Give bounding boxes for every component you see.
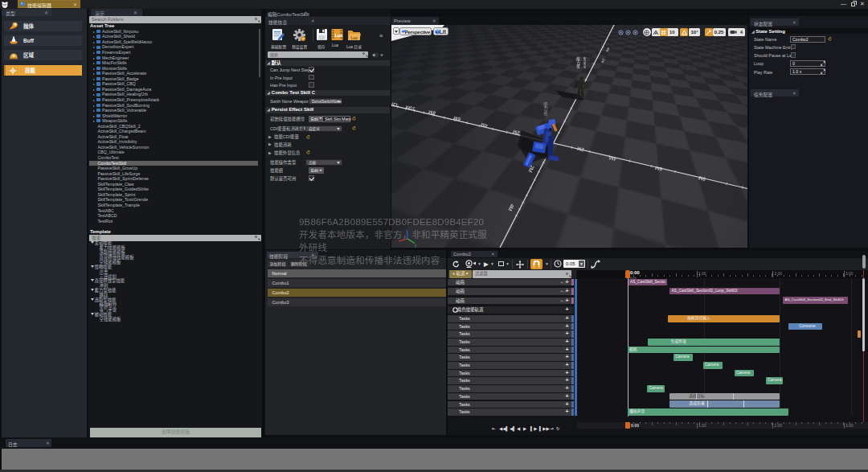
svg-text:8M: 8M <box>698 175 706 183</box>
svg-text:4M: 4M <box>608 155 616 162</box>
svg-text:能力者: 能力者 <box>576 56 580 69</box>
svg-text:4M: 4M <box>605 47 611 52</box>
svg-text:6M: 6M <box>654 166 662 173</box>
svg-text:Lua: Lua <box>334 33 343 38</box>
svg-text:4M: 4M <box>507 203 515 211</box>
svg-text:4M: 4M <box>480 122 488 129</box>
svg-text:10M: 10M <box>405 105 416 113</box>
svg-text:2M: 2M <box>576 146 584 154</box>
svg-text:Lua: Lua <box>351 36 358 40</box>
svg-text:能力者: 能力者 <box>543 101 548 117</box>
svg-text:2M: 2M <box>600 58 606 64</box>
svg-text:能力者名: 能力者名 <box>583 56 586 69</box>
svg-text:12M: 12M <box>391 101 399 109</box>
svg-text:8M: 8M <box>428 109 436 117</box>
svg-text:6M: 6M <box>452 116 461 123</box>
svg-text:2M: 2M <box>512 129 520 137</box>
